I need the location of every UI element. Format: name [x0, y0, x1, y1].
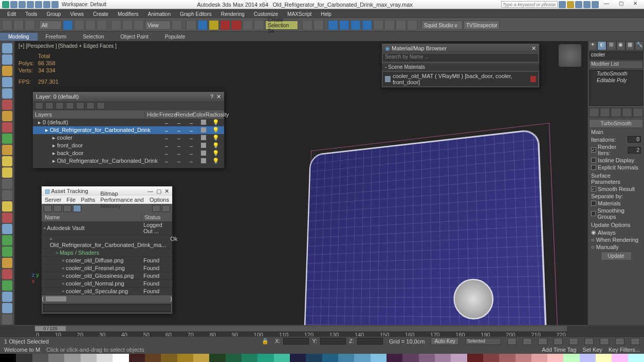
undo-icon[interactable]: [35, 1, 42, 8]
layer-new-icon[interactable]: [35, 102, 43, 109]
layer-row[interactable]: ▸ Old_Refrigerator_for_Carbonated_Drink …: [33, 157, 224, 165]
swatch[interactable]: [257, 354, 273, 362]
new-icon[interactable]: [10, 1, 17, 8]
save-icon[interactable]: [27, 1, 34, 8]
swatch[interactable]: [16, 354, 32, 362]
stack-pin-icon[interactable]: [589, 108, 599, 117]
swatch[interactable]: [354, 354, 370, 362]
leftbtn[interactable]: [2, 88, 12, 99]
infocenter-icon[interactable]: [559, 1, 566, 8]
window-crossing-button[interactable]: [97, 20, 107, 30]
swatch[interactable]: [402, 354, 418, 362]
menu-rendering[interactable]: Rendering: [217, 10, 249, 18]
app-icon[interactable]: [2, 1, 9, 8]
menu-views[interactable]: Views: [66, 10, 88, 18]
layer-manager-panel[interactable]: Layer: 0 (default) ?✕ Layers Hide Freeze…: [32, 91, 225, 168]
swatch[interactable]: [274, 354, 290, 362]
explicit-check[interactable]: [591, 165, 596, 170]
redo-button[interactable]: [13, 20, 24, 30]
swatch[interactable]: [531, 354, 547, 362]
z-field[interactable]: [357, 338, 383, 345]
swatch[interactable]: [64, 354, 80, 362]
swatch[interactable]: [580, 354, 596, 362]
update-button[interactable]: Update: [601, 252, 632, 260]
minimize-button[interactable]: —: [600, 1, 613, 9]
swatch[interactable]: [97, 354, 113, 362]
ribbon-populate[interactable]: Populate: [157, 33, 193, 41]
play-icon[interactable]: [538, 338, 547, 345]
rotate-button[interactable]: [122, 20, 133, 30]
swatch[interactable]: [209, 354, 225, 362]
leftbtn[interactable]: [2, 111, 12, 121]
swatch[interactable]: [145, 354, 161, 362]
next-frame-icon[interactable]: [554, 338, 563, 345]
layer-highlight-icon[interactable]: [76, 102, 84, 109]
prev-frame-icon[interactable]: [523, 338, 532, 345]
spinner-snap-button[interactable]: [243, 20, 253, 30]
render-button[interactable]: [407, 20, 417, 30]
ref-coord[interactable]: View: [145, 21, 171, 30]
leftbtn[interactable]: [2, 235, 12, 245]
leftbtn[interactable]: [2, 122, 12, 132]
nav-orbit-icon[interactable]: [615, 338, 624, 345]
stack-remove-icon[interactable]: [622, 108, 632, 117]
leftbtn[interactable]: [2, 77, 12, 87]
star-icon[interactable]: [567, 1, 574, 8]
asset-row[interactable]: ▫ cooler_old_Fresnel.pngFound: [42, 264, 172, 272]
stack-config-icon[interactable]: [633, 108, 643, 117]
link-button[interactable]: [25, 20, 35, 30]
curve-editor-button[interactable]: [351, 20, 361, 30]
leftbtn[interactable]: [2, 43, 12, 53]
swatch[interactable]: [371, 354, 387, 362]
swatch[interactable]: [612, 354, 628, 362]
asset-tb-icon[interactable]: [44, 205, 52, 212]
leftbtn[interactable]: [2, 100, 12, 110]
radio-manual[interactable]: ○: [591, 244, 595, 250]
leftbtn[interactable]: [2, 258, 12, 268]
cp-hierarchy-tab[interactable]: ⊞: [606, 41, 616, 50]
maximize-icon[interactable]: ▢: [156, 188, 161, 195]
signin-icon[interactable]: [575, 1, 582, 8]
asset-row[interactable]: ▫ Autodesk VaultLogged Out ...: [42, 221, 172, 235]
asset-row[interactable]: ▫ Old_Refrigerator_for_Carbonated_Drink_…: [42, 235, 172, 249]
select-name-button[interactable]: [74, 20, 84, 30]
percent-snap-button[interactable]: [231, 20, 242, 30]
layer-add-icon[interactable]: [56, 102, 64, 109]
render-setup-button[interactable]: [384, 20, 395, 30]
layer-hide-icon[interactable]: [86, 102, 95, 109]
swatch[interactable]: [467, 354, 483, 362]
layer-row[interactable]: ▸ Old_Refrigerator_for_Carbonated_Drink …: [33, 126, 224, 134]
material-editor-button[interactable]: [373, 20, 383, 30]
asset-tb-icon[interactable]: [162, 205, 170, 212]
layer-row[interactable]: ▸ cooler ––– 💡: [33, 134, 224, 142]
asset-path-field[interactable]: [43, 304, 171, 312]
swatch[interactable]: [0, 354, 16, 362]
leftbtn[interactable]: [2, 292, 12, 302]
mat-item[interactable]: cooler_old_MAT ( VRayMtl ) [back_door, c…: [383, 72, 538, 86]
nav-max-icon[interactable]: [631, 338, 640, 345]
leftbtn[interactable]: [2, 213, 12, 223]
mat-category[interactable]: - Scene Materials: [382, 63, 539, 71]
swatch[interactable]: [322, 354, 338, 362]
key-mode-drop[interactable]: Selected: [465, 338, 501, 345]
rendered-frame-button[interactable]: [396, 20, 406, 30]
menu-create[interactable]: Create: [89, 10, 113, 18]
render-iter-check[interactable]: [591, 147, 596, 153]
select-button[interactable]: [63, 20, 73, 30]
stack-turbosmooth[interactable]: TurboSmooth: [590, 70, 642, 77]
pivot-button[interactable]: [172, 20, 182, 30]
x-field[interactable]: [283, 338, 309, 345]
layer-row[interactable]: ▸ 0 (default) ––– 💡: [33, 119, 224, 126]
leftbtn[interactable]: [2, 54, 12, 65]
cp-motion-tab[interactable]: ◉: [616, 41, 625, 50]
schematic-button[interactable]: [362, 20, 372, 30]
asset-tb-icon[interactable]: [73, 205, 81, 212]
named-selection[interactable]: Create Selection Se: [265, 21, 298, 30]
y-field[interactable]: [320, 338, 346, 345]
swatch[interactable]: [48, 354, 64, 362]
help-icon[interactable]: [592, 1, 599, 8]
asset-scrollbar[interactable]: ⟨⟩: [42, 295, 172, 302]
select-rect-button[interactable]: [85, 20, 96, 30]
isoline-check[interactable]: [591, 158, 596, 163]
smooth-check[interactable]: [591, 186, 596, 192]
